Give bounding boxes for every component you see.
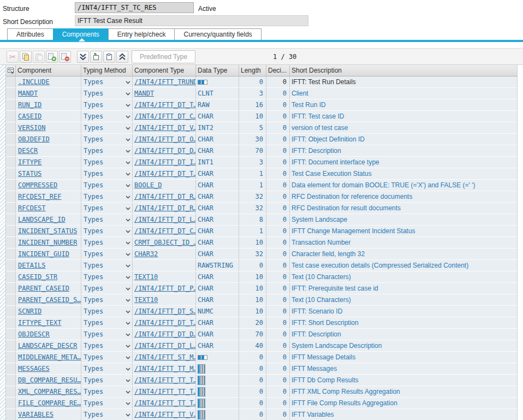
component-type-link[interactable]: /INT4/IFTT_DT_T…: [134, 319, 196, 327]
component-type-link[interactable]: /INT4/IFTT_DT_T…: [134, 101, 196, 109]
typing-method-dropdown[interactable]: Types: [81, 317, 133, 329]
component-type-link[interactable]: /INT4/IFTT_DT_C…: [134, 113, 196, 120]
component-type-link[interactable]: /INT4/IFTT_DT_P…: [134, 285, 196, 292]
component-link[interactable]: RFCDEST_REF: [18, 193, 61, 200]
component-type-link[interactable]: /INT4/IFTT_DT_T…: [134, 170, 196, 178]
row-selector[interactable]: [6, 88, 16, 99]
component-type-link[interactable]: /INT4/IFTT_DT_R…: [134, 204, 196, 212]
row-selector[interactable]: [6, 317, 16, 329]
column-header-data-type[interactable]: Data Type: [196, 65, 239, 76]
component-link[interactable]: DESCR: [18, 147, 38, 155]
typing-method-dropdown[interactable]: Types: [81, 88, 133, 99]
cut-button[interactable]: ✂: [7, 51, 19, 63]
row-selector[interactable]: [6, 398, 16, 409]
typing-method-dropdown[interactable]: Types: [81, 145, 133, 157]
row-selector[interactable]: [6, 214, 16, 226]
component-link[interactable]: LANDSCAPE_DESCR: [18, 342, 77, 350]
component-link[interactable]: STATUS: [18, 170, 41, 178]
column-header-component[interactable]: Component: [16, 65, 81, 76]
row-selector[interactable]: [6, 260, 16, 271]
row-selector[interactable]: [6, 329, 16, 340]
component-link[interactable]: .INCLUDE: [18, 78, 50, 86]
typing-method-dropdown[interactable]: Types: [81, 237, 133, 249]
row-selector[interactable]: [6, 306, 16, 317]
typing-method-dropdown[interactable]: Types: [81, 283, 133, 294]
component-link[interactable]: MANDT: [18, 90, 38, 97]
component-type-link[interactable]: TEXT10: [134, 273, 158, 281]
remove-entry-button[interactable]: [103, 51, 115, 63]
component-type-link[interactable]: /INT4/IFTT_DT_L…: [134, 216, 196, 223]
row-selector[interactable]: [6, 157, 16, 168]
component-type-link[interactable]: /INT4/IFTT_DT_C…: [134, 227, 196, 235]
component-link[interactable]: SCNRID: [18, 307, 41, 315]
row-selector[interactable]: [6, 99, 16, 111]
typing-method-dropdown[interactable]: Types: [81, 180, 133, 191]
component-link[interactable]: DETAILS: [18, 262, 46, 269]
component-type-link[interactable]: /INT4/IFTT_DT_L…: [134, 342, 196, 350]
component-type-link[interactable]: TEXT10: [134, 296, 158, 304]
row-selector[interactable]: [6, 134, 16, 145]
row-selector[interactable]: [6, 409, 16, 420]
typing-method-dropdown[interactable]: Types: [81, 111, 133, 122]
row-selector[interactable]: [6, 122, 16, 134]
predefined-type-button[interactable]: Predefined Type: [132, 50, 195, 63]
component-link[interactable]: IFTYPE_TEXT: [18, 319, 61, 327]
component-link[interactable]: PARENT_CASEID: [18, 285, 69, 292]
paste-button[interactable]: [33, 51, 45, 63]
typing-method-dropdown[interactable]: Types: [81, 363, 133, 375]
component-link[interactable]: INCIDENT_NUMBER: [18, 239, 77, 246]
row-selector[interactable]: [6, 203, 16, 214]
typing-method-dropdown[interactable]: Types: [81, 122, 133, 134]
column-header-typing-method[interactable]: Typing Method: [81, 65, 133, 76]
row-selector[interactable]: [6, 294, 16, 306]
move-up-button[interactable]: [116, 51, 128, 63]
component-link[interactable]: COMPRESSED: [18, 181, 57, 189]
tab-entry-help-check[interactable]: Entry help/check: [108, 28, 175, 40]
typing-method-dropdown[interactable]: Types: [81, 157, 133, 168]
component-type-link[interactable]: /INT4/IFTT_ST_M…: [134, 353, 196, 361]
typing-method-dropdown[interactable]: Types: [81, 99, 133, 111]
row-selector[interactable]: [6, 249, 16, 260]
structure-name-field[interactable]: /INT4/IFTT_ST_TC_RES: [75, 2, 194, 13]
component-type-link[interactable]: /INT4/IFTT_DT_D…: [134, 147, 196, 155]
row-selector[interactable]: [6, 352, 16, 363]
typing-method-dropdown[interactable]: Types: [81, 375, 133, 386]
row-selector[interactable]: [6, 226, 16, 237]
typing-method-dropdown[interactable]: Types: [81, 134, 133, 145]
column-header-decimals[interactable]: Deci...: [266, 65, 290, 76]
component-type-link[interactable]: /INT4/IFTT_DT_V…: [134, 124, 196, 132]
typing-method-dropdown[interactable]: Types: [81, 168, 133, 180]
short-description-field[interactable]: IFTT Test Case Result: [75, 15, 308, 26]
component-type-link[interactable]: /INT4/IFTT_DT_D…: [134, 330, 196, 338]
row-selector[interactable]: [6, 237, 16, 249]
component-link[interactable]: INCIDENT_GUID: [18, 250, 69, 258]
typing-method-dropdown[interactable]: Types: [81, 398, 133, 409]
component-link[interactable]: FILE_COMPARE_RE…: [18, 399, 81, 407]
typing-method-dropdown[interactable]: Types: [81, 294, 133, 306]
component-link[interactable]: PARENT_CASEID_S…: [18, 296, 81, 304]
component-type-link[interactable]: /INT4/IFTT_TT_T…: [134, 376, 196, 384]
row-selector[interactable]: [6, 363, 16, 375]
component-link[interactable]: RUN_ID: [18, 101, 41, 109]
typing-method-dropdown[interactable]: Types: [81, 271, 133, 283]
component-link[interactable]: MIDDLEWARE_META…: [18, 353, 81, 361]
add-entry-button[interactable]: [90, 51, 102, 63]
typing-method-dropdown[interactable]: Types: [81, 306, 133, 317]
typing-method-dropdown[interactable]: Types: [81, 409, 133, 420]
typing-method-dropdown[interactable]: Types: [81, 226, 133, 237]
row-selector[interactable]: [6, 283, 16, 294]
component-type-link[interactable]: CHAR32: [134, 250, 158, 258]
component-link[interactable]: CASEID_STR: [18, 273, 57, 281]
table-select-button[interactable]: [6, 65, 16, 76]
typing-method-dropdown[interactable]: Types: [81, 214, 133, 226]
delete-row-button[interactable]: [59, 51, 71, 63]
row-selector[interactable]: [6, 340, 16, 352]
row-selector[interactable]: [6, 111, 16, 122]
component-type-link[interactable]: /INT4/IFTT_TRUND: [134, 78, 196, 86]
row-selector[interactable]: [6, 180, 16, 191]
component-type-link[interactable]: /INT4/IFTT_DT_I…: [134, 158, 196, 166]
component-type-link[interactable]: /INT4/IFTT_DT_S…: [134, 307, 196, 315]
component-type-link[interactable]: /INT4/IFTT_TT_M…: [134, 365, 196, 372]
component-link[interactable]: CASEID: [18, 113, 41, 120]
move-down-button[interactable]: [77, 51, 89, 63]
